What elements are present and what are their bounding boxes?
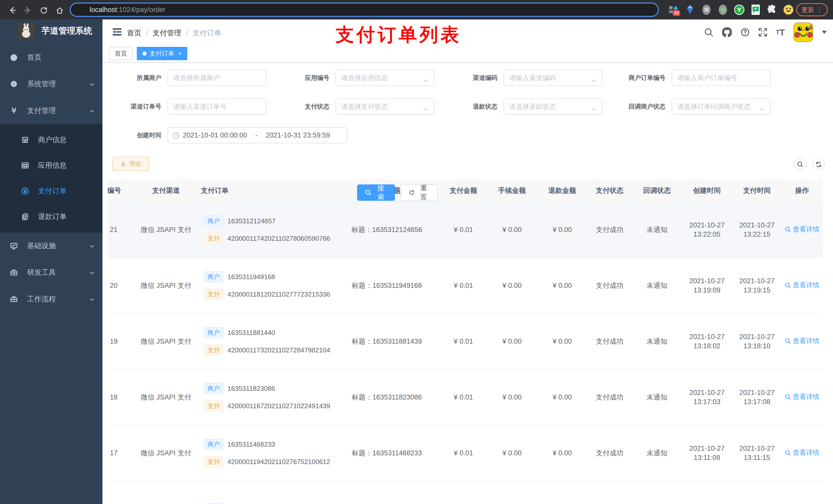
filter-select[interactable]: 请选择应用信息 [336, 70, 434, 86]
share-icon[interactable] [627, 5, 635, 15]
update-label: 更新 [802, 6, 814, 14]
breadcrumb-item[interactable]: 支付管理 [153, 29, 181, 37]
grid-icon [21, 161, 29, 170]
sidebar-item-首页[interactable]: 首页 [0, 44, 102, 71]
sidebar-item-支付订单[interactable]: 支付订单 [0, 178, 102, 204]
search-icon[interactable] [704, 28, 713, 37]
merchant-tag: 商户 [204, 327, 223, 338]
extension-icon[interactable]: Y [734, 4, 745, 15]
chevron-down-icon[interactable] [822, 31, 827, 37]
view-detail-link[interactable]: 查看详情 [785, 337, 819, 345]
sidebar-item-应用信息[interactable]: 应用信息 [0, 153, 102, 178]
placeholder-text: 请输入商户订单编号 [677, 73, 737, 82]
extension-icon[interactable] [717, 4, 729, 15]
column-header-支付订单: 支付订单 [201, 179, 333, 202]
tab-首页[interactable]: 首页 [109, 47, 133, 60]
cell-amount: ¥ 0.01 [441, 369, 486, 425]
site-info-icon[interactable] [77, 5, 85, 15]
filter-select[interactable]: 请输入渠道编码 [504, 70, 602, 86]
view-detail-link[interactable]: 查看详情 [785, 392, 819, 401]
help-icon[interactable] [740, 28, 750, 37]
filter-渠道编码: 渠道编码请输入渠道编码 [438, 70, 606, 86]
cell-id: 19 [108, 313, 131, 369]
sidebar-item-系统管理[interactable]: 系统管理 [0, 71, 102, 97]
sidebar-item-基础设施[interactable]: 基础设施 [0, 233, 102, 259]
browser-home-icon[interactable] [52, 5, 68, 15]
sidebar-item-退款订单[interactable]: 退款订单 [0, 204, 102, 230]
bookmark-star-icon[interactable] [643, 5, 652, 15]
column-header-支付渠道: 支付渠道 [131, 179, 201, 202]
view-detail-link[interactable]: 查看详情 [785, 281, 819, 290]
merchant-tag: 商户 [204, 383, 223, 394]
column-header-支付状态: 支付状态 [587, 179, 633, 202]
export-button[interactable]: 导出 [112, 157, 149, 171]
pay-tag: 支付 [204, 400, 223, 411]
filter-select[interactable]: 请选择支付状态 [336, 98, 434, 115]
app-title: 芋道管理系统 [42, 25, 92, 37]
sidebar-item-研发工具[interactable]: 研发工具 [0, 259, 102, 286]
filter-input[interactable]: 请输入渠道订单号 [168, 98, 266, 115]
refresh-button[interactable] [812, 158, 825, 170]
cell-status: 支付成功 [587, 258, 633, 313]
chevron-up-icon [89, 106, 95, 116]
extension-icon[interactable] [783, 4, 794, 15]
placeholder-text: 请选择退款状态 [509, 102, 556, 111]
hamburger-icon[interactable] [113, 28, 121, 38]
browser-reload-icon[interactable] [36, 5, 52, 15]
browser-forward-icon[interactable] [20, 5, 36, 15]
filter-input[interactable]: 请输入商户订单编号 [672, 70, 770, 86]
github-icon[interactable] [722, 27, 732, 37]
chevron-down-icon [89, 294, 95, 304]
filter-select[interactable]: 请选择订单回调商户状态 [672, 98, 770, 115]
browser-menu-icon[interactable]: ⋮ [816, 6, 823, 13]
tab-label: 首页 [115, 49, 127, 57]
tabs-bar: 首页支付订单× [102, 45, 833, 63]
extension-icon[interactable] [750, 4, 761, 15]
orders-table-wrap: 编号支付渠道支付订单商品标题支付金额手续金额退款金额支付状态回调状态创建时间支付… [108, 179, 828, 504]
filter-input[interactable]: 请选择所属商户 [168, 70, 266, 86]
order-number: 1635311949168 [228, 273, 275, 281]
extensions-puzzle-icon[interactable] [766, 4, 778, 15]
breadcrumb-item[interactable]: 首页 [127, 29, 141, 37]
filter-支付状态: 支付状态请选择支付状态 [270, 98, 438, 115]
browser-update-button[interactable]: 更新 ⋮ [796, 3, 828, 16]
fullscreen-icon[interactable] [759, 28, 767, 37]
filter-商户订单编号: 商户订单编号请输入商户订单编号 [606, 70, 775, 86]
sidebar-submenu: 商户信息应用信息支付订单退款订单 [0, 124, 102, 233]
svg-text:Y: Y [737, 7, 742, 13]
pay-tag: 支付 [204, 289, 223, 300]
extension-icon[interactable]: 10 [668, 4, 679, 15]
order-number: 1635311881440 [228, 329, 275, 337]
cell-pay-time: 2021-10-2713:17:08 [733, 369, 781, 425]
extension-icon[interactable] [685, 4, 696, 15]
chevron-down-icon [89, 241, 95, 251]
date-range-input[interactable]: 2021-10-01 00:00:00-2021-10-31 23:59:59 [168, 127, 347, 143]
browser-url-bar[interactable]: localhost:1024/pay/order [70, 3, 659, 17]
font-size-icon[interactable]: TT [776, 27, 785, 38]
tab-支付订单[interactable]: 支付订单× [137, 47, 187, 60]
sidebar-item-label: 工作流程 [27, 294, 56, 304]
hide-search-button[interactable] [794, 158, 806, 170]
sidebar-item-label: 支付管理 [27, 106, 56, 116]
sidebar-item-工作流程[interactable]: 工作流程 [0, 286, 102, 312]
table-row: 19微信 JSAPI 支付商户1635311881440支付4200001173… [108, 313, 823, 369]
view-detail-link[interactable]: 查看详情 [785, 225, 819, 234]
extension-icon[interactable]: ⌘ [701, 4, 712, 15]
sidebar-item-商户信息[interactable]: 商户信息 [0, 127, 102, 153]
sidebar-item-支付管理[interactable]: ￥支付管理 [0, 97, 102, 124]
cell-amount: ¥ 0.01 [441, 313, 486, 369]
cell-order-numbers: 商户1635311468233支付42000011942021102767521… [201, 425, 333, 481]
close-icon[interactable]: × [178, 50, 182, 57]
reset-button[interactable]: 重置 [401, 184, 437, 201]
view-detail-link[interactable]: 查看详情 [785, 448, 819, 457]
filter-form: 所属商户请选择所属商户应用编号请选择应用信息渠道编码请输入渠道编码商户订单编号请… [102, 63, 833, 143]
cell-pay-time: 2021-10-2713:19:15 [733, 258, 781, 313]
avatar[interactable] [793, 23, 813, 42]
cell-id: 21 [108, 202, 131, 258]
browser-back-icon[interactable] [4, 5, 20, 15]
filter-select[interactable]: 请选择退款状态 [504, 98, 602, 115]
placeholder-text: 请选择支付状态 [341, 102, 388, 111]
cell-fee: ¥ 0.00 [486, 202, 538, 258]
search-button[interactable]: 搜索 [357, 184, 395, 201]
sidebar-logo[interactable]: 芋道管理系统 [0, 20, 102, 42]
